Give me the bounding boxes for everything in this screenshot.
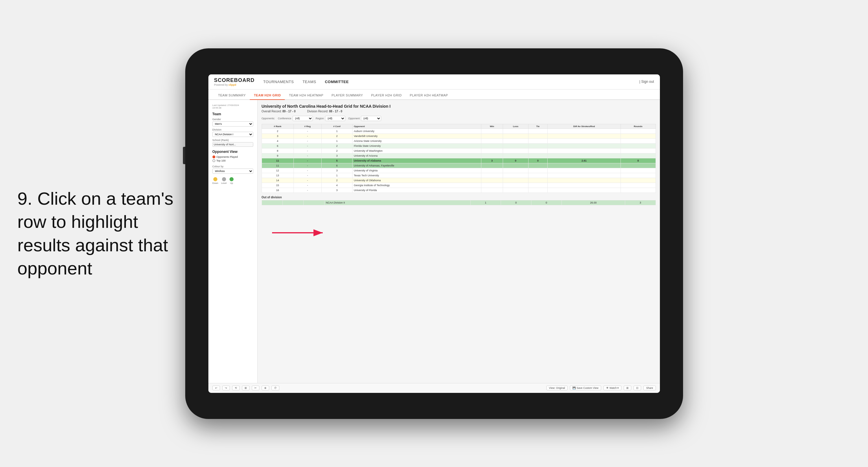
col-loss: Loss: [503, 124, 528, 128]
nav-teams[interactable]: TEAMS: [303, 80, 316, 84]
table-row[interactable]: 14 - 2 University of Oklahoma: [261, 178, 656, 183]
sub-nav-team-h2h-grid[interactable]: TEAM H2H GRID: [250, 91, 285, 100]
cell-tie: 0: [528, 158, 547, 163]
cell-diff: [548, 138, 621, 143]
cell-loss: [503, 187, 528, 193]
cell-rounds: 8: [621, 158, 656, 163]
table-row[interactable]: 11 - 5 University of Alabama 3 0 0 2.61 …: [261, 158, 656, 163]
cell-loss: [503, 138, 528, 143]
table-row[interactable]: 8 - 2 University of Washington: [261, 148, 656, 153]
out-div-loss: 0: [501, 200, 531, 205]
share-button[interactable]: Share: [643, 386, 656, 390]
cell-tie: [528, 134, 547, 138]
sub-nav-player-summary[interactable]: PLAYER SUMMARY: [327, 91, 367, 100]
cell-tie: [528, 143, 547, 148]
table-row[interactable]: 3 - 2 Vanderbilt University: [261, 134, 656, 138]
cell-rank: 3: [261, 134, 293, 138]
cell-win: [481, 143, 503, 148]
table-row[interactable]: 11 - 6 University of Arkansas, Fayettevi…: [261, 163, 656, 168]
cell-rank: 8: [261, 148, 293, 153]
cell-tie: [528, 153, 547, 158]
col-reg: # Reg: [293, 124, 321, 128]
cell-loss: [503, 128, 528, 134]
cell-opponent: Florida State University: [352, 143, 481, 148]
cell-rounds: [621, 173, 656, 178]
cell-win: [481, 168, 503, 173]
cell-conf: 1: [321, 173, 352, 178]
cell-rank: 11: [261, 158, 293, 163]
table-row[interactable]: 4 - 1 Arizona State University: [261, 138, 656, 143]
sign-out[interactable]: | Sign out: [639, 80, 654, 84]
opponents-played-radio[interactable]: Opponents Played: [212, 155, 253, 158]
cell-conf: 2: [321, 148, 352, 153]
cell-tie: [528, 163, 547, 168]
table-row[interactable]: 2 - 1 Auburn University: [261, 128, 656, 134]
cell-rounds: [621, 128, 656, 134]
nav-committee[interactable]: COMMITTEE: [325, 80, 349, 84]
sub-nav-player-h2h-heatmap[interactable]: PLAYER H2H HEATMAP: [406, 91, 452, 100]
top-100-radio[interactable]: Top 100: [212, 159, 253, 162]
colour-by-select[interactable]: Win/loss: [212, 169, 253, 174]
conference-filter-select[interactable]: (All): [292, 116, 313, 121]
cell-win: [481, 134, 503, 138]
toolbar-btn-4[interactable]: ⊞: [242, 386, 249, 390]
school-value: University of Nort...: [212, 142, 253, 147]
save-custom-view-button[interactable]: 💾 Save Custom View: [570, 386, 601, 390]
sub-nav-player-h2h-grid[interactable]: PLAYER H2H GRID: [367, 91, 406, 100]
toolbar-btn-3[interactable]: ⟲: [232, 386, 240, 390]
watch-button[interactable]: 👁 Watch ▾: [603, 386, 622, 390]
legend-down-circle: [213, 177, 217, 181]
table-row[interactable]: 9 - 3 University of Arizona: [261, 153, 656, 158]
toolbar-btn-5[interactable]: ✂: [252, 386, 259, 390]
grid-records: Overall Record: 89 - 17 - 0 Division Rec…: [261, 110, 656, 113]
legend-level: Level: [221, 177, 227, 184]
region-filter-select[interactable]: (All): [325, 116, 345, 121]
cell-rounds: [621, 187, 656, 193]
sub-nav-team-summary[interactable]: TEAM SUMMARY: [214, 91, 250, 100]
cell-rank: 13: [261, 173, 293, 178]
division-record: Division Record: 88 - 17 - 0: [307, 110, 342, 113]
cell-rounds: [621, 138, 656, 143]
cell-diff: [548, 128, 621, 134]
overall-record: Overall Record: 89 - 17 - 0: [261, 110, 296, 113]
table-row[interactable]: 12 - 3 University of Virginia: [261, 168, 656, 173]
toolbar-icon-2[interactable]: ⊡: [633, 386, 641, 390]
bottom-toolbar: ↩ ↪ ⟲ ⊞ ✂ ⊕ ⏱ View: Original 💾 Save Cust…: [208, 383, 660, 393]
toolbar-btn-6[interactable]: ⊕: [261, 386, 269, 390]
col-rank: # Rank: [261, 124, 293, 128]
redo-button[interactable]: ↪: [222, 386, 230, 390]
sub-nav-team-h2h-heatmap[interactable]: TEAM H2H HEATMAP: [285, 91, 327, 100]
cell-reg: -: [293, 134, 321, 138]
cell-reg: -: [293, 178, 321, 183]
cell-opponent: University of Washington: [352, 148, 481, 153]
toolbar-icon-1[interactable]: ⊞: [624, 386, 631, 390]
col-conf: # Conf: [321, 124, 352, 128]
cell-rank: 9: [261, 153, 293, 158]
cell-conf: 2: [321, 178, 352, 183]
cell-opponent: Auburn University: [352, 128, 481, 134]
table-row[interactable]: 16 - 3 University of Florida: [261, 187, 656, 193]
opponents-filter-label: Opponents:: [261, 117, 275, 120]
table-row[interactable]: 15 - 4 Georgia Institute of Technology: [261, 183, 656, 187]
toolbar-btn-7[interactable]: ⏱: [272, 386, 279, 390]
cell-loss: [503, 178, 528, 183]
table-row[interactable]: 13 - 1 Texas Tech University: [261, 173, 656, 178]
out-div-reg: [282, 200, 303, 205]
out-div-conf: [303, 200, 324, 205]
cell-opponent: Arizona State University: [352, 138, 481, 143]
undo-button[interactable]: ↩: [212, 386, 220, 390]
gender-select[interactable]: Men's: [212, 121, 253, 126]
sidebar: Last Updated: 27/03/2024 16:55:38 Team G…: [208, 100, 257, 383]
opponent-filter-select[interactable]: (All): [361, 116, 381, 121]
division-select[interactable]: NCAA Division I: [212, 132, 253, 137]
out-div-tie: 0: [531, 200, 561, 205]
nav-tournaments[interactable]: TOURNAMENTS: [264, 80, 294, 84]
table-row[interactable]: 6 - 2 Florida State University: [261, 143, 656, 148]
out-division-row[interactable]: NCAA Division II 1 0 0 26.00 3: [261, 200, 656, 205]
grid-title: University of North Carolina Head-to-Hea…: [261, 104, 656, 109]
cell-tie: [528, 183, 547, 187]
grid-area: University of North Carolina Head-to-Hea…: [257, 100, 660, 383]
cell-opponent: University of Alabama: [352, 158, 481, 163]
cell-rank: 11: [261, 163, 293, 168]
view-original-button[interactable]: View: Original: [547, 386, 567, 390]
